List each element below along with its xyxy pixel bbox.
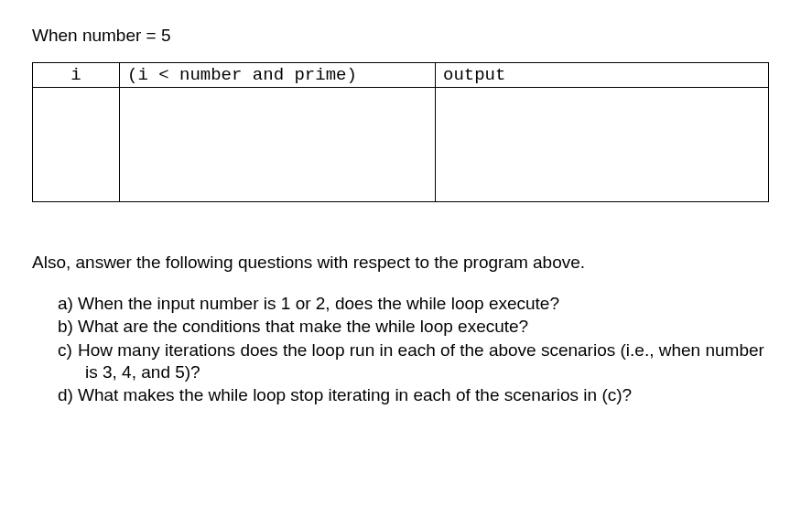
question-a: a)When the input number is 1 or 2, does …: [58, 293, 780, 315]
table-row: [33, 88, 769, 202]
table-cell-output: [436, 88, 769, 202]
question-marker: d): [58, 384, 78, 406]
question-marker: c): [58, 339, 78, 361]
question-c: c)How many iterations does the loop run …: [58, 339, 780, 384]
question-text: What are the conditions that make the wh…: [78, 317, 528, 336]
table-header-i: i: [33, 63, 120, 88]
question-b: b)What are the conditions that make the …: [58, 316, 780, 338]
table-cell-i: [33, 88, 120, 202]
table-header-row: i (i < number and prime) output: [33, 63, 769, 88]
table-cell-condition: [120, 88, 436, 202]
question-marker: a): [58, 293, 78, 315]
table-header-condition: (i < number and prime): [120, 63, 436, 88]
question-text: How many iterations does the loop run in…: [78, 340, 764, 382]
question-text: What makes the while loop stop iterating…: [78, 385, 632, 404]
trace-table: i (i < number and prime) output: [32, 62, 769, 202]
table-header-output: output: [436, 63, 769, 88]
question-d: d)What makes the while loop stop iterati…: [58, 384, 780, 406]
question-text: When the input number is 1 or 2, does th…: [78, 294, 559, 313]
questions-list: a)When the input number is 1 or 2, does …: [32, 293, 780, 407]
questions-instruction: Also, answer the following questions wit…: [32, 253, 780, 273]
trace-heading: When number = 5: [32, 26, 780, 46]
question-marker: b): [58, 316, 78, 338]
